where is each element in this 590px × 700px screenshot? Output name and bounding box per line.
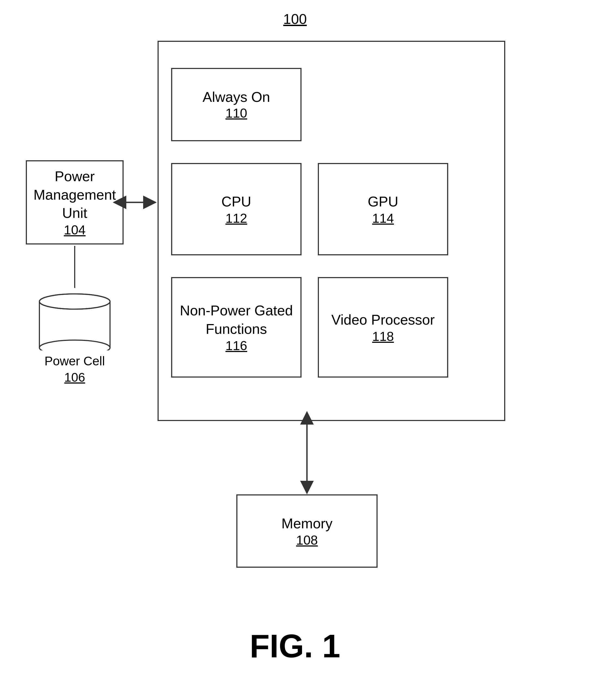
always-on-box: Always On 110 [171, 68, 301, 141]
diagram: 100 SoC 102 Always On 110 CPU 112 GPU 11… [0, 0, 590, 700]
memory-box: Memory 108 [236, 494, 378, 568]
power-cell-container: Power Cell 106 [32, 288, 117, 391]
top-label: 100 [283, 11, 307, 27]
cpu-box: CPU 112 [171, 163, 301, 255]
svg-point-3 [40, 294, 109, 309]
power-cell-cylinder [37, 288, 113, 351]
gpu-box: GPU 114 [318, 163, 448, 255]
pmu-box: Power Management Unit 104 [26, 160, 124, 244]
fig-label: FIG. 1 [250, 627, 340, 665]
npg-box: Non-Power Gated Functions 116 [171, 277, 301, 378]
video-processor-box: Video Processor 118 [318, 277, 448, 378]
